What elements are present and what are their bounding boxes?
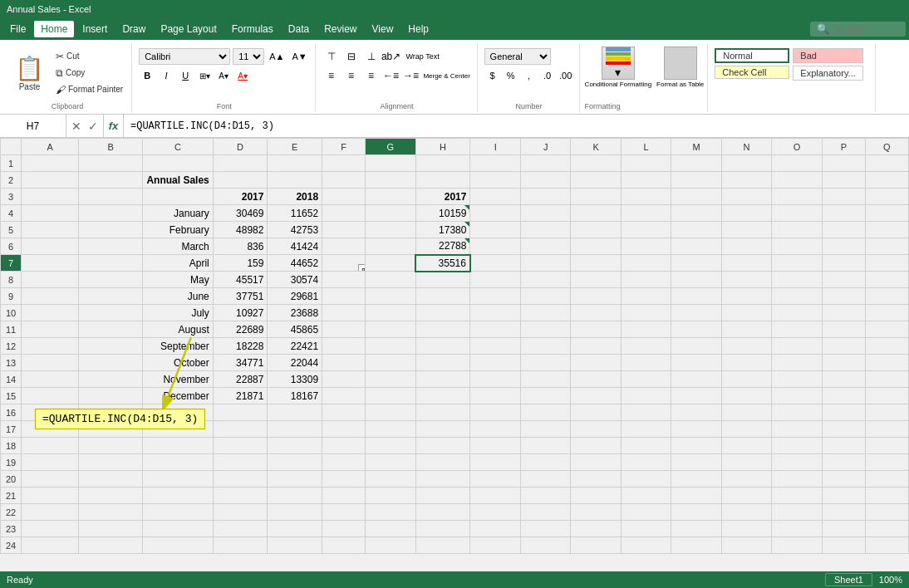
cell-A2[interactable] xyxy=(22,172,79,189)
cell-H1[interactable] xyxy=(415,155,470,172)
cell-E13[interactable]: 22044 xyxy=(268,355,322,371)
align-left-btn[interactable]: ≡ xyxy=(322,67,341,84)
cell-K12[interactable] xyxy=(571,338,621,355)
cell-F7[interactable]: ⊞ xyxy=(322,255,366,272)
sheet-tab-sheet1[interactable]: Sheet1 xyxy=(825,573,872,586)
cell-J3[interactable] xyxy=(520,189,570,205)
paste-indicator[interactable]: ⊞ xyxy=(358,264,366,272)
cell-N15[interactable] xyxy=(721,388,771,404)
col-header-D[interactable]: D xyxy=(213,139,268,155)
cell-H13[interactable] xyxy=(415,355,470,371)
cell-N6[interactable] xyxy=(721,238,771,255)
cell-M15[interactable] xyxy=(671,388,722,404)
cell-P2[interactable] xyxy=(822,172,865,189)
cell-N12[interactable] xyxy=(721,338,771,355)
cell-A13[interactable] xyxy=(22,355,79,371)
cell-C1[interactable] xyxy=(143,155,213,172)
cell-N14[interactable] xyxy=(721,371,771,388)
cell-G13[interactable] xyxy=(366,355,416,371)
cell-I3[interactable] xyxy=(470,189,521,205)
cell-A11[interactable] xyxy=(22,321,79,338)
font-color-button[interactable]: A▾ xyxy=(234,67,251,84)
font-size-select[interactable]: 11 xyxy=(233,48,264,65)
cell-B7[interactable] xyxy=(79,255,143,272)
cell-J7[interactable] xyxy=(520,255,570,272)
col-header-G[interactable]: G xyxy=(366,139,416,155)
cell-B13[interactable] xyxy=(79,355,143,371)
cell-C4[interactable]: January xyxy=(143,205,213,222)
cell-H4[interactable]: 10159 xyxy=(415,205,470,222)
decrease-font-btn[interactable]: A▼ xyxy=(289,48,309,65)
cell-D15[interactable]: 21871 xyxy=(213,388,268,404)
col-header-I[interactable]: I xyxy=(470,139,521,155)
cell-O14[interactable] xyxy=(772,371,823,388)
cell-L15[interactable] xyxy=(621,388,671,404)
cell-style-bad[interactable]: Bad xyxy=(793,48,862,63)
cell-L4[interactable] xyxy=(621,205,671,222)
cell-M4[interactable] xyxy=(671,205,722,222)
indent-decrease-btn[interactable]: ←≡ xyxy=(382,67,400,84)
cell-L7[interactable] xyxy=(621,255,671,272)
cell-P13[interactable] xyxy=(822,355,865,371)
cell-C6[interactable]: March xyxy=(143,238,213,255)
cell-L14[interactable] xyxy=(621,371,671,388)
comma-btn[interactable]: , xyxy=(521,67,538,84)
cell-Q11[interactable] xyxy=(865,321,908,338)
menu-view[interactable]: View xyxy=(366,21,400,37)
cell-K13[interactable] xyxy=(571,355,621,371)
cell-C7[interactable]: April xyxy=(143,255,213,272)
col-header-K[interactable]: K xyxy=(571,139,621,155)
align-bottom-btn[interactable]: ⊥ xyxy=(362,48,381,65)
cell-N4[interactable] xyxy=(721,205,771,222)
cell-H6[interactable]: 22788 xyxy=(415,238,470,255)
cell-I9[interactable] xyxy=(470,288,521,305)
cell-N3[interactable] xyxy=(721,189,771,205)
cell-P10[interactable] xyxy=(822,305,865,321)
cell-I5[interactable] xyxy=(470,222,521,238)
cell-H3[interactable]: 2017 xyxy=(415,189,470,205)
cell-O7[interactable] xyxy=(772,255,823,272)
formula-input[interactable] xyxy=(124,115,909,137)
menu-draw[interactable]: Draw xyxy=(115,21,152,37)
fill-color-button[interactable]: A▾ xyxy=(215,67,232,84)
cell-M13[interactable] xyxy=(671,355,722,371)
cell-J4[interactable] xyxy=(520,205,570,222)
cell-M12[interactable] xyxy=(671,338,722,355)
cell-A8[interactable] xyxy=(22,272,79,288)
cell-D14[interactable]: 22887 xyxy=(213,371,268,388)
cell-M10[interactable] xyxy=(671,305,722,321)
number-format-select[interactable]: General xyxy=(484,48,551,65)
cell-H11[interactable] xyxy=(415,321,470,338)
cell-I11[interactable] xyxy=(470,321,521,338)
cell-B6[interactable] xyxy=(79,238,143,255)
cell-N13[interactable] xyxy=(721,355,771,371)
increase-font-btn[interactable]: A▲ xyxy=(267,48,287,65)
cell-F4[interactable] xyxy=(322,205,366,222)
cancel-formula-btn[interactable]: ✕ xyxy=(70,120,83,133)
menu-insert[interactable]: Insert xyxy=(76,21,114,37)
conditional-formatting-btn[interactable]: ▾ Conditional Formatting xyxy=(585,47,651,89)
cell-K5[interactable] xyxy=(571,222,621,238)
cell-L10[interactable] xyxy=(621,305,671,321)
cell-E6[interactable]: 41424 xyxy=(268,238,322,255)
cell-N11[interactable] xyxy=(721,321,771,338)
cell-G9[interactable] xyxy=(366,288,416,305)
cell-I13[interactable] xyxy=(470,355,521,371)
cell-M8[interactable] xyxy=(671,272,722,288)
cell-I4[interactable] xyxy=(470,205,521,222)
copy-button[interactable]: ⧉ Copy xyxy=(52,66,126,81)
cell-O13[interactable] xyxy=(772,355,823,371)
cell-D3[interactable]: 2017 xyxy=(213,189,268,205)
cell-Q3[interactable] xyxy=(865,189,908,205)
cell-E14[interactable]: 13309 xyxy=(268,371,322,388)
cell-I10[interactable] xyxy=(470,305,521,321)
cell-H8[interactable] xyxy=(415,272,470,288)
cell-M6[interactable] xyxy=(671,238,722,255)
cell-style-explanatory[interactable]: Explanatory... xyxy=(793,66,862,81)
spreadsheet[interactable]: A B C D E F G H I J K L M N O P Q xyxy=(0,138,909,571)
cell-C14[interactable]: November xyxy=(143,371,213,388)
cell-I14[interactable] xyxy=(470,371,521,388)
border-button[interactable]: ⊞▾ xyxy=(196,67,213,84)
cell-E15[interactable]: 18167 xyxy=(268,388,322,404)
cell-F10[interactable] xyxy=(322,305,366,321)
